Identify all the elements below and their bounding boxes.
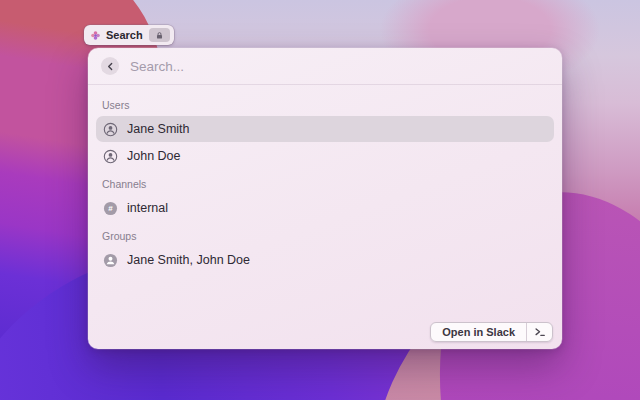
list-item[interactable]: Jane Smith, John Doe bbox=[96, 247, 554, 273]
person-circle-icon bbox=[103, 122, 118, 137]
list-item[interactable]: John Doe bbox=[96, 143, 554, 169]
section-title: Channels bbox=[102, 178, 548, 190]
lock-badge bbox=[149, 28, 170, 42]
open-in-slack-label: Open in Slack bbox=[431, 323, 527, 341]
results-list: UsersJane SmithJohn DoeChannels#internal… bbox=[88, 85, 562, 273]
search-launcher-label: Search bbox=[106, 29, 143, 41]
list-item-label: John Doe bbox=[127, 149, 181, 163]
list-item[interactable]: #internal bbox=[96, 195, 554, 221]
terminal-icon bbox=[527, 323, 552, 341]
section-title: Groups bbox=[102, 230, 548, 242]
svg-text:#: # bbox=[108, 204, 113, 213]
list-item-label: Jane Smith bbox=[127, 122, 190, 136]
hash-circle-icon: # bbox=[103, 201, 118, 216]
flower-app-icon bbox=[91, 31, 100, 40]
back-button[interactable] bbox=[101, 57, 119, 75]
search-launcher-pill[interactable]: Search bbox=[84, 25, 174, 45]
list-item[interactable]: Jane Smith bbox=[96, 116, 554, 142]
search-input[interactable] bbox=[130, 59, 549, 74]
group-circle-icon bbox=[103, 253, 118, 268]
list-item-label: internal bbox=[127, 201, 168, 215]
person-circle-icon bbox=[103, 149, 118, 164]
open-in-slack-button[interactable]: Open in Slack bbox=[430, 322, 553, 342]
chevron-left-icon bbox=[106, 62, 115, 71]
list-item-label: Jane Smith, John Doe bbox=[127, 253, 250, 267]
search-bar bbox=[88, 48, 562, 85]
search-panel: UsersJane SmithJohn DoeChannels#internal… bbox=[88, 48, 562, 349]
panel-footer: Open in Slack bbox=[430, 322, 553, 342]
lock-icon bbox=[155, 31, 164, 40]
section-title: Users bbox=[102, 99, 548, 111]
